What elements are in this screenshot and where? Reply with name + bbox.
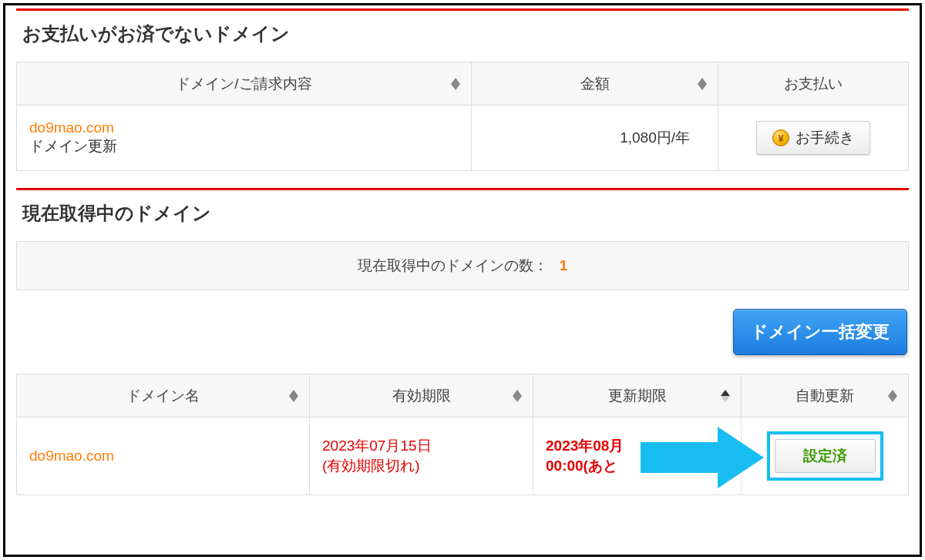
unpaid-domains-section: お支払いがお済でないドメイン ドメイン/ご請求内容 [16, 8, 909, 171]
col-header-domain-label: ドメイン/ご請求内容 [176, 74, 311, 94]
current-domains-section: 現在取得中のドメイン 現在取得中のドメインの数： 1 ドメイン一括変更 ドメイン… [16, 188, 909, 495]
sort-icon [451, 78, 460, 90]
col-header-auto[interactable]: 自動更新 [742, 374, 909, 417]
unpaid-domains-table: ドメイン/ご請求内容 金額 [16, 62, 909, 171]
col-header-payment: お支払い [718, 62, 909, 106]
svg-marker-9 [721, 396, 730, 402]
svg-marker-4 [289, 390, 298, 396]
auto-renew-highlight: 設定済 [767, 431, 883, 481]
proceed-payment-button[interactable]: ¥ お手続き [756, 121, 870, 155]
svg-marker-3 [698, 84, 707, 90]
renew-deadline-time: 00:00(あと [546, 456, 728, 476]
section-title-unpaid: お支払いがお済でないドメイン [16, 14, 909, 62]
section-divider [16, 8, 909, 11]
domain-count-bar: 現在取得中のドメインの数： 1 [16, 241, 909, 290]
col-header-amount-label: 金額 [580, 74, 610, 94]
domain-count-value: 1 [560, 257, 568, 273]
col-header-valid-label: 有効期限 [392, 386, 451, 406]
svg-marker-6 [513, 390, 522, 396]
col-header-valid[interactable]: 有効期限 [310, 374, 533, 417]
section-title-current: 現在取得中のドメイン [16, 193, 909, 241]
billing-desc: ドメイン更新 [29, 136, 459, 156]
proceed-payment-label: お手続き [796, 128, 854, 148]
col-header-payment-label: お支払い [784, 74, 843, 94]
svg-marker-7 [513, 396, 522, 402]
col-header-amount[interactable]: 金額 [472, 62, 718, 106]
valid-expired-note: (有効期限切れ) [322, 456, 520, 476]
col-header-domain[interactable]: ドメイン/ご請求内容 [17, 62, 472, 106]
col-header-name-label: ドメイン名 [126, 386, 200, 406]
table-row: do9mao.com ドメイン更新 1,080円/年 ¥ お手続き [17, 106, 909, 171]
renew-deadline-date: 2023年08月 [546, 436, 728, 456]
section-divider [16, 188, 909, 190]
col-header-renew[interactable]: 更新期限 [533, 374, 742, 417]
domain-count-label: 現在取得中のドメインの数： [358, 257, 548, 273]
svg-marker-8 [721, 390, 730, 396]
bulk-change-button[interactable]: ドメイン一括変更 [733, 309, 907, 355]
sort-icon [888, 390, 897, 402]
current-domains-table: ドメイン名 有効期限 [16, 374, 909, 495]
col-header-renew-label: 更新期限 [608, 386, 667, 406]
col-header-auto-label: 自動更新 [796, 386, 854, 406]
domain-link[interactable]: do9mao.com [29, 119, 459, 136]
svg-marker-11 [888, 396, 897, 402]
svg-marker-5 [289, 396, 298, 402]
sort-icon [513, 390, 522, 402]
amount-value: 1,080円/年 [472, 106, 718, 171]
valid-until-date: 2023年07月15日 [322, 436, 520, 456]
svg-marker-10 [888, 390, 897, 396]
domain-link[interactable]: do9mao.com [29, 448, 114, 464]
sort-icon [289, 390, 298, 402]
svg-marker-1 [451, 84, 460, 90]
sort-up-icon [721, 390, 730, 402]
auto-renew-status-button[interactable]: 設定済 [775, 439, 876, 473]
col-header-name[interactable]: ドメイン名 [17, 374, 310, 417]
yen-coin-icon: ¥ [772, 129, 789, 146]
svg-marker-0 [451, 78, 460, 84]
table-row: do9mao.com 2023年07月15日 (有効期限切れ) 2023年08月… [17, 417, 909, 495]
svg-marker-2 [698, 78, 707, 84]
sort-icon [698, 78, 707, 90]
